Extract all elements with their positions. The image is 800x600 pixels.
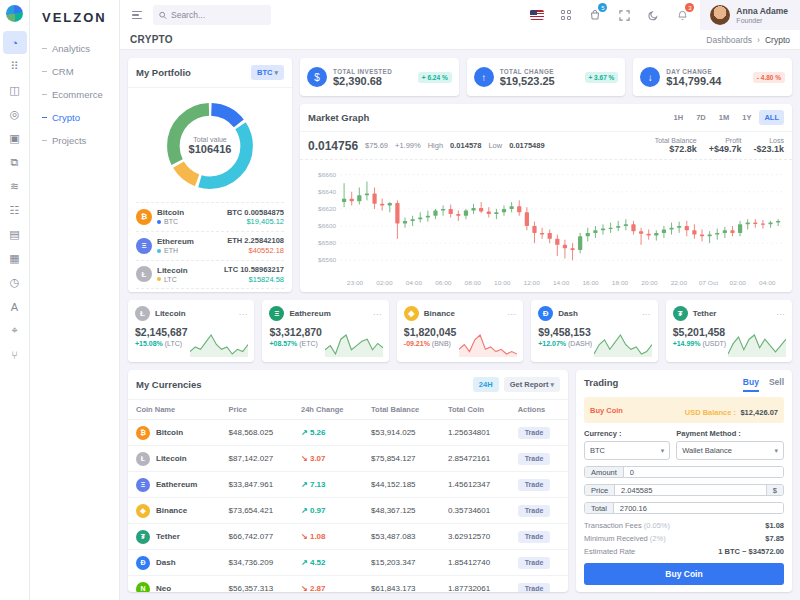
widgets-icon[interactable]: ☷ xyxy=(3,199,27,222)
fullscreen-icon[interactable] xyxy=(613,4,635,26)
trade-button[interactable]: Trade xyxy=(518,427,551,439)
portfolio-currency-dropdown[interactable]: BTC ▾ xyxy=(251,65,284,80)
components-icon[interactable]: ≋ xyxy=(3,175,27,198)
binance-icon: ◆ xyxy=(404,306,419,321)
buy-coin-button[interactable]: Buy Coin xyxy=(584,563,784,585)
trade-button[interactable]: Trade xyxy=(518,505,551,517)
dark-mode-icon[interactable] xyxy=(642,4,664,26)
usd-balance-label: USD Balance : xyxy=(685,408,736,417)
coin-card-tether[interactable]: ₮Tether···$5,201,458+14.99% (USDT) xyxy=(666,300,792,362)
coin-card-eathereum[interactable]: ΞEathereum···$3,312,870+08.57% (ETC) xyxy=(262,300,388,362)
cell-total-balance: $53,914.025 xyxy=(363,420,440,446)
portfolio-coin-row[interactable]: ΞEthereumETHETH 2.25842108$40552.18 xyxy=(136,231,284,260)
cell-24h-change: ↗ 5.26 xyxy=(301,428,326,437)
coin-card-name: Dash xyxy=(558,309,636,318)
charts-icon[interactable]: ◷ xyxy=(3,271,27,294)
sparkline-chart xyxy=(728,331,786,357)
sidebar-item-analytics[interactable]: Analytics xyxy=(30,37,119,60)
payment-method-select[interactable]: Wallet Balance▾ xyxy=(676,441,784,460)
period-1h-button[interactable]: 1H xyxy=(669,110,689,125)
coin-dot-icon xyxy=(157,249,161,253)
search-input[interactable] xyxy=(171,10,265,20)
total-input[interactable] xyxy=(614,503,783,513)
sidebar-item-crypto[interactable]: Crypto xyxy=(30,106,119,129)
sidebar-item-crm[interactable]: CRM xyxy=(30,60,119,83)
amount-input[interactable] xyxy=(624,467,783,477)
cell-price: $73,654.421 xyxy=(221,498,293,524)
coin-card-dash[interactable]: ĐDash···$9,458,153+12.07% (DASH) xyxy=(531,300,657,362)
market-usd-delta: +1.99% xyxy=(395,141,421,150)
apps-grid-icon[interactable] xyxy=(555,4,577,26)
cell-coin-name: Bitcoin xyxy=(156,428,183,437)
stat-card: ↑TOTAL CHANGE$19,523.25+ 3.67 % xyxy=(467,58,626,96)
balance-value: $72.8k xyxy=(655,144,697,154)
trade-button[interactable]: Trade xyxy=(518,531,551,543)
price-input-group: Price $ xyxy=(584,484,784,496)
sidebar-item-label: Crypto xyxy=(52,112,80,123)
layouts-icon[interactable]: ◫ xyxy=(3,79,27,102)
icons-icon[interactable]: A xyxy=(3,295,27,318)
sidebar-item-ecommerce[interactable]: Ecommerce xyxy=(30,83,119,106)
cell-24h-change: ↘ 2.87 xyxy=(301,584,326,592)
portfolio-coin-row[interactable]: ŁLitecoinLTCLTC 10.58963217$15824.58 xyxy=(136,260,284,289)
cart-icon[interactable]: 5 xyxy=(584,4,606,26)
tab-sell[interactable]: Sell xyxy=(769,377,784,392)
coin-name: Litecoin xyxy=(157,266,188,276)
forms-icon[interactable]: ▤ xyxy=(3,223,27,246)
svg-text:16:00: 16:00 xyxy=(582,279,599,286)
stat-delta-badge: + 6.24 % xyxy=(418,72,452,83)
trade-button[interactable]: Trade xyxy=(518,453,551,465)
stat-icon: $ xyxy=(307,67,327,87)
get-report-button[interactable]: Get Report ▾ xyxy=(504,377,560,392)
litecoin-icon: Ł xyxy=(136,266,152,282)
brand-logo[interactable]: VELZON xyxy=(30,8,119,37)
timeframe-24h-button[interactable]: 24H xyxy=(473,377,499,392)
stat-label: TOTAL INVESTED xyxy=(333,68,412,75)
apps-icon[interactable]: ⠿ xyxy=(3,55,27,78)
period-all-button[interactable]: ALL xyxy=(759,110,784,125)
coin-card-name: Litecoin xyxy=(155,309,233,318)
period-7d-button[interactable]: 7D xyxy=(691,110,711,125)
tab-buy[interactable]: Buy xyxy=(743,377,759,392)
period-1y-button[interactable]: 1Y xyxy=(737,110,756,125)
table-row: ΞEathereum$33,847.961↗ 7.13$44,152.1851.… xyxy=(128,472,568,498)
maps-icon[interactable]: ⌖ xyxy=(3,319,27,342)
market-low-label: Low xyxy=(488,141,502,150)
stat-delta-badge: - 4.80 % xyxy=(753,72,785,83)
coin-card-binance[interactable]: ◆Binance···$1,820,045-09.21% (BNB) xyxy=(397,300,523,362)
dashboards-icon[interactable]: ◔ xyxy=(3,31,27,54)
litecoin-icon: Ł xyxy=(136,452,150,466)
cell-coin-name: Binance xyxy=(156,506,187,515)
svg-text:10:00: 10:00 xyxy=(494,279,511,286)
table-row: ◆Binance$73,654.421↗ 0.97$48,367.1250.35… xyxy=(128,498,568,524)
landing-icon[interactable]: ⧉ xyxy=(3,151,27,174)
stat-icon: ↑ xyxy=(474,67,494,87)
trade-button[interactable]: Trade xyxy=(518,479,551,491)
multilevel-icon[interactable]: ⑂ xyxy=(3,343,27,366)
trade-button[interactable]: Trade xyxy=(518,583,551,593)
period-1m-button[interactable]: 1M xyxy=(714,110,734,125)
svg-text:$6620: $6620 xyxy=(318,205,337,212)
pages-icon[interactable]: ▣ xyxy=(3,127,27,150)
coin-card-unit: (BNB) xyxy=(432,340,451,347)
svg-text:04:00: 04:00 xyxy=(406,279,423,286)
authentication-icon[interactable]: ◎ xyxy=(3,103,27,126)
sidebar-item-projects[interactable]: Projects xyxy=(30,129,119,152)
notifications-bell-icon[interactable]: 3 xyxy=(671,4,693,26)
hamburger-icon[interactable] xyxy=(128,7,146,24)
coin-card-litecoin[interactable]: ŁLitecoin···$2,145,687+15.08% (LTC) xyxy=(128,300,254,362)
stat-icon: ↓ xyxy=(640,67,660,87)
price-input[interactable] xyxy=(615,485,766,495)
currency-select[interactable]: BTC▾ xyxy=(584,441,670,460)
portfolio-coin-row[interactable]: ĐDashDASHDASH 204.28565885$30635.84 xyxy=(136,288,284,292)
svg-text:02:00: 02:00 xyxy=(376,279,393,286)
language-flag-icon[interactable] xyxy=(526,4,548,26)
portfolio-coin-row[interactable]: ₿BitcoinBTCBTC 0.00584875$19,405.12 xyxy=(136,202,284,231)
breadcrumb-section[interactable]: Dashboards xyxy=(706,35,752,45)
user-profile-menu[interactable]: Anna Adame Founder xyxy=(700,0,800,30)
market-high: 0.014578 xyxy=(450,141,481,150)
tables-icon[interactable]: ▦ xyxy=(3,247,27,270)
fee-value: 1 BTC ~ $34572.00 xyxy=(718,547,784,556)
trade-button[interactable]: Trade xyxy=(518,557,551,569)
logo-icon[interactable] xyxy=(6,5,23,22)
